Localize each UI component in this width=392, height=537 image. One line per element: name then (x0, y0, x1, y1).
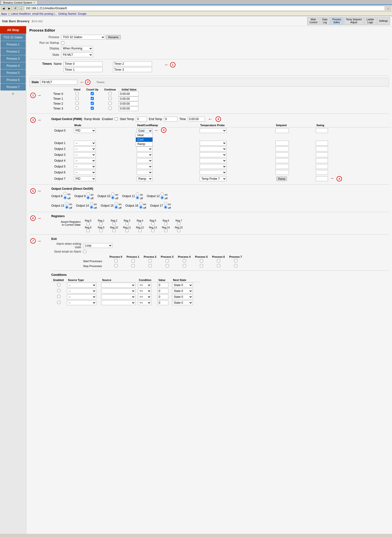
timer2-count-up[interactable] (91, 102, 94, 105)
timer2-used[interactable] (76, 102, 79, 105)
stop-proc5[interactable] (200, 264, 203, 267)
bm-getting-started[interactable]: Getting Started (58, 12, 76, 15)
output-2-swing[interactable] (316, 146, 328, 151)
start-proc7[interactable] (234, 259, 237, 262)
output-4-swing[interactable] (316, 158, 328, 163)
stop-proc1[interactable] (131, 264, 135, 267)
output-2-mode[interactable]: -- (74, 146, 96, 151)
stop-proc2[interactable] (149, 264, 152, 267)
output-5-probe[interactable] (200, 164, 227, 169)
cond3-source-type[interactable]: -- (67, 300, 96, 305)
output-16-off[interactable] (139, 206, 142, 209)
end-temp-input[interactable] (164, 117, 177, 122)
run-on-startup-checkbox[interactable] (61, 41, 64, 45)
output-5-mode[interactable]: -- (74, 164, 96, 169)
output-3-setpoint[interactable] (275, 152, 289, 157)
process-select[interactable]: TGS 32 Gallon (61, 35, 105, 40)
stop-proc4[interactable] (183, 264, 186, 267)
output-1-swing[interactable] (316, 141, 328, 145)
output-12-off[interactable] (161, 196, 164, 199)
refresh-btn[interactable]: ↺ (13, 6, 18, 11)
output-15-off[interactable] (115, 206, 118, 209)
reg9-checkbox[interactable] (99, 229, 103, 232)
cond3-enabled[interactable] (57, 301, 60, 304)
sidebar-item-tgs[interactable]: TGS 32 Gallon (0, 34, 26, 41)
output-13-off[interactable] (65, 206, 68, 209)
output-0-mode[interactable]: PID (74, 128, 96, 133)
sidebar-item-process5[interactable]: Process 5 (0, 69, 26, 76)
output-7-mode[interactable]: PID (74, 176, 96, 181)
reg8-checkbox[interactable] (87, 229, 90, 232)
timer2-initial[interactable] (119, 101, 138, 106)
reg4-checkbox[interactable] (138, 222, 142, 225)
sidebar-item-process4[interactable]: Process 4 (0, 62, 26, 69)
cond2-next-state[interactable]: State 0 (172, 294, 193, 299)
forward-btn[interactable]: ▶ (7, 6, 12, 11)
output-8-on[interactable] (64, 192, 67, 195)
output-0-hcr[interactable]: Cool (137, 128, 152, 133)
display-select[interactable]: When Running (61, 46, 93, 51)
bm-email[interactable]: email this posting t... (32, 12, 57, 15)
cond2-source[interactable] (101, 294, 135, 299)
output-9-off[interactable] (87, 196, 90, 199)
output-6-mode[interactable]: -- (74, 170, 96, 175)
output-5-swing[interactable] (316, 164, 328, 169)
cond2-enabled[interactable] (57, 295, 60, 298)
output-11-on[interactable] (136, 192, 139, 196)
output-4-probe[interactable] (200, 158, 227, 163)
dropdown-cool-selected[interactable]: Cool (136, 137, 152, 142)
bm-headlines[interactable]: Latest Headlines (11, 12, 31, 15)
browser-tab[interactable]: Brewery Control System ✕ (1, 0, 37, 5)
output-5-hcr[interactable] (137, 164, 152, 169)
reg3-checkbox[interactable] (125, 222, 129, 225)
start-proc4[interactable] (183, 259, 186, 262)
timer0-count-up[interactable] (91, 92, 94, 95)
cond3-value[interactable] (157, 300, 168, 305)
output-17-on[interactable] (164, 202, 167, 205)
cond1-source[interactable] (101, 289, 135, 293)
cond3-next-state[interactable]: State 0 (172, 300, 193, 305)
nav-main-control[interactable]: Main Control (307, 17, 319, 25)
timer0-continue[interactable] (109, 92, 112, 95)
reg11-checkbox[interactable] (125, 229, 129, 232)
cond2-source-type[interactable]: -- (67, 294, 96, 299)
state-select[interactable]: Fill MLT (61, 52, 93, 57)
reg13-checkbox[interactable] (151, 229, 154, 232)
output-1-mode[interactable]: -- (74, 141, 96, 145)
dropdown-heat[interactable]: Heat (136, 133, 152, 137)
output-7-probe[interactable]: Temp Probe 7 (200, 176, 227, 181)
timer3-initial[interactable] (119, 106, 138, 111)
nav-ladder-logic[interactable]: Ladder Logic (364, 17, 376, 25)
output-10-on[interactable] (111, 192, 114, 196)
sidebar-item-process1[interactable]: Process 1 (0, 41, 26, 48)
output-5-setpoint[interactable] (275, 164, 289, 169)
timer0-initial[interactable] (119, 91, 138, 96)
cond0-condition[interactable]: <= (138, 283, 151, 288)
bm-apps[interactable]: Apps (1, 12, 7, 15)
output-8-off[interactable] (64, 196, 67, 199)
stop-proc6[interactable] (217, 264, 220, 267)
output-0-probe[interactable] (200, 128, 227, 133)
time-input[interactable] (188, 117, 205, 122)
back-btn[interactable]: ◀ (1, 6, 6, 11)
address-field[interactable] (24, 6, 385, 11)
cond1-enabled[interactable] (57, 289, 60, 292)
stop-proc0[interactable] (114, 264, 118, 267)
output-3-swing[interactable] (316, 152, 328, 157)
sidebar-item-process7[interactable]: Process 7 (0, 84, 26, 90)
timer0-name[interactable] (64, 61, 103, 66)
output-6-setpoint[interactable] (275, 170, 289, 175)
cond0-enabled[interactable] (57, 283, 60, 286)
output-11-off[interactable] (136, 196, 139, 199)
cond0-next-state[interactable]: State 0 (172, 283, 193, 288)
output-6-probe[interactable] (200, 170, 227, 175)
start-temp-input[interactable] (136, 117, 147, 122)
stop-proc3[interactable] (166, 264, 169, 267)
timer2-continue[interactable] (109, 102, 112, 105)
output-0-setpoint[interactable] (275, 128, 289, 133)
output-4-mode[interactable]: -- (74, 158, 96, 163)
reg0-checkbox[interactable] (87, 222, 90, 225)
cond1-value[interactable] (157, 289, 168, 293)
output-14-on[interactable] (90, 202, 93, 205)
reg7-checkbox[interactable] (177, 222, 180, 225)
